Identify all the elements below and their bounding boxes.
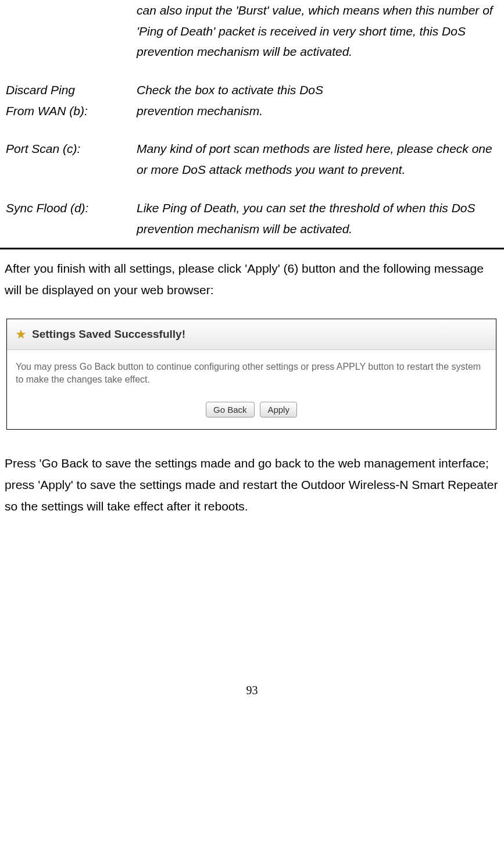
settings-saved-dialog: Settings Saved Successfully! You may pre… (6, 319, 496, 430)
dialog-body-text: You may press Go Back button to continue… (7, 350, 496, 395)
definition-sync-flood: Sync Flood (d): Like Ping of Death, you … (5, 198, 499, 239)
definition-description: can also input the 'Burst' value, which … (137, 0, 499, 62)
definition-ping-of-death-fragment: can also input the 'Burst' value, which … (5, 0, 499, 62)
svg-marker-0 (17, 330, 26, 338)
definition-description: Check the box to activate this DoS preve… (137, 80, 499, 121)
dialog-title: Settings Saved Successfully! (32, 325, 185, 344)
definition-description: Like Ping of Death, you can set the thre… (137, 198, 499, 239)
go-back-button[interactable]: Go Back (206, 402, 255, 417)
definition-term: Discard Ping From WAN (b): (5, 80, 137, 121)
paragraph-go-back-apply: Press 'Go Back to save the settings made… (5, 453, 499, 517)
definition-discard-ping: Discard Ping From WAN (b): Check the box… (5, 80, 499, 121)
definition-description: Many kind of port scan methods are liste… (137, 138, 499, 180)
definition-port-scan: Port Scan (c): Many kind of port scan me… (5, 138, 499, 180)
dialog-header: Settings Saved Successfully! (7, 319, 496, 350)
paragraph-apply-instruction: After you finish with all settings, plea… (5, 258, 499, 301)
page-number: 93 (0, 680, 504, 712)
star-icon (16, 329, 26, 340)
divider (0, 248, 504, 249)
definition-term: Port Scan (c): (5, 138, 137, 180)
dialog-buttons: Go Back Apply (7, 395, 496, 430)
definition-term: Sync Flood (d): (5, 198, 137, 239)
apply-button[interactable]: Apply (260, 402, 297, 417)
